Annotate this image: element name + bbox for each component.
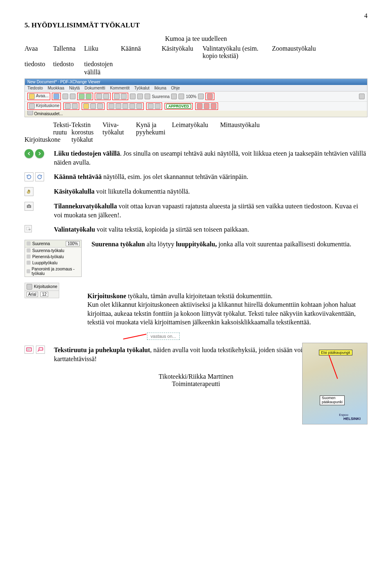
map-city-espoo: Espoo <box>339 413 348 417</box>
zoom-in-icon[interactable] <box>178 94 184 99</box>
menu-document[interactable]: Dokumentti <box>85 86 105 90</box>
oval-icon[interactable] <box>129 103 135 109</box>
line-icon[interactable] <box>109 103 114 109</box>
lower-labels: Teksti- ruutu Kirjoituskone Tekstin koro… <box>24 121 368 143</box>
select-icon[interactable] <box>145 94 150 99</box>
zoom-head-icon <box>27 241 31 246</box>
select-tool-icon[interactable] <box>24 225 32 232</box>
map-white-label: Suomen pääkaupunki <box>320 395 345 405</box>
textbox-tool-icon[interactable] <box>24 346 33 354</box>
pencil-icon[interactable] <box>148 103 154 109</box>
textbox-icon[interactable] <box>65 103 71 109</box>
nav-forward-green-icon[interactable] <box>35 149 44 158</box>
menu-comments[interactable]: Kommentit <box>110 86 129 90</box>
nav-back-icon[interactable] <box>79 94 85 99</box>
arrow-icon[interactable] <box>116 103 121 109</box>
label-line-1: Viiva- <box>102 121 136 129</box>
zoom-value[interactable]: 100% <box>186 94 196 99</box>
zoom-item-3[interactable]: Luuppityökalu <box>32 261 58 265</box>
upper-labels-row2: tiedosto tiedosto tiedostojen <box>24 60 368 68</box>
desc-zoom: Suurenna työkalun alta löytyy luuppityök… <box>91 240 368 249</box>
hand-tool-icon[interactable] <box>24 187 33 196</box>
measure3-icon[interactable] <box>211 103 216 109</box>
rotate-ccw-icon[interactable] <box>96 94 102 99</box>
open-button[interactable]: Avaa... <box>36 94 49 99</box>
label-pencil-2: pyyhekumi <box>136 129 172 136</box>
properties-button[interactable]: Ominaisuudet... <box>34 112 63 116</box>
label-pencil-1: Kynä ja <box>136 121 172 129</box>
strike-icon[interactable] <box>90 103 96 109</box>
font-size-field[interactable]: 12 <box>40 292 48 297</box>
label-measure: Mittaustyökalu <box>220 121 269 129</box>
highlight-icon[interactable] <box>83 103 89 109</box>
zoom-head-label[interactable]: Suurenna <box>32 241 50 246</box>
typewriter-row-label[interactable]: Kirjoituskone <box>34 284 57 289</box>
rect-icon[interactable] <box>122 103 128 109</box>
redo-icon[interactable] <box>121 94 127 99</box>
menu-tools[interactable]: Työkalut <box>134 86 149 90</box>
zoom-label: Suurenna <box>152 94 169 99</box>
zoom-tool-icon[interactable] <box>207 94 213 99</box>
label-save: Tallenna <box>53 45 84 60</box>
rotate-ccw-box-icon[interactable] <box>24 172 33 181</box>
label-zoom: Zoomaustyökalu <box>272 45 313 60</box>
menu-edit[interactable]: Muokkaa <box>48 86 65 90</box>
nav-back-green-icon[interactable] <box>24 149 33 158</box>
open-icon[interactable] <box>29 94 35 99</box>
misc-icon[interactable] <box>359 94 365 99</box>
snapshot-icon[interactable] <box>24 202 33 211</box>
rotate-cw-box-icon[interactable] <box>35 172 44 181</box>
rotate-cw-icon[interactable] <box>103 94 109 99</box>
label-hand: Käsityökalu <box>162 45 203 60</box>
panzoom-icon <box>27 269 30 273</box>
nav-forward-icon[interactable] <box>86 94 91 99</box>
map-red-arrow <box>328 355 338 379</box>
zoomin-icon <box>27 248 31 252</box>
undo-icon[interactable] <box>114 94 120 99</box>
camera-icon[interactable] <box>137 94 143 99</box>
main-toolbar: Avaa... Suurenna 100% <box>25 92 367 101</box>
zoom-menu-dropdown: Suurenna 100% Suurenna-työkalu Pienennä-… <box>24 240 82 277</box>
font-name-field[interactable]: Arial <box>27 292 38 297</box>
zoom-item-2[interactable]: Pienennä-työkalu <box>32 254 64 259</box>
label-save-2: tiedosto <box>53 60 84 68</box>
callout-icon[interactable] <box>72 103 78 109</box>
zoomout-icon <box>27 254 31 259</box>
menu-window[interactable]: Ikkuna <box>154 86 166 90</box>
typewriter-label[interactable]: Kirjoituskone <box>36 103 59 109</box>
label-rotate: Käännä <box>121 45 162 60</box>
underline-icon[interactable] <box>97 103 103 109</box>
mail-icon[interactable] <box>70 94 76 99</box>
typewriter-icon[interactable] <box>29 103 35 109</box>
undo-redo-label: Kumoa ja tee uudelleen <box>24 35 368 42</box>
fit-page-icon[interactable] <box>198 94 204 99</box>
zoom-item-1[interactable]: Suurenna-työkalu <box>32 248 64 253</box>
typewriter-toolbar: Kirjoituskone Arial 12 <box>24 283 59 298</box>
answer-textbox-example: vastaus on... <box>147 333 180 340</box>
map-city-helsinki: HELSINKI <box>343 417 361 421</box>
measure-icon[interactable] <box>197 103 203 109</box>
zoom-head-value[interactable]: 100% <box>66 241 80 246</box>
print-icon[interactable] <box>62 94 68 99</box>
page-number: 4 <box>24 12 368 20</box>
typewriter-tool-icon[interactable] <box>27 284 32 290</box>
label-typewriter: Kirjoituskone <box>24 136 71 143</box>
eraser-icon[interactable] <box>155 103 160 109</box>
hand-icon[interactable] <box>130 94 136 99</box>
callout-tool-icon[interactable] <box>36 346 45 354</box>
save-icon[interactable] <box>53 94 59 99</box>
menu-view[interactable]: Näytä <box>69 86 80 90</box>
nav-arrows-icons <box>24 149 44 158</box>
map-yellow-label: Etsi pääkaupungit <box>319 350 352 355</box>
stamp-approved[interactable]: APPROVED <box>166 104 191 109</box>
label-open-2: tiedosto <box>24 60 53 68</box>
zoom-out-icon[interactable] <box>171 94 177 99</box>
zoom-item-4[interactable]: Panorointi ja zoomaus -työkalu <box>32 267 80 276</box>
poly-icon[interactable] <box>136 103 142 109</box>
measure2-icon[interactable] <box>204 103 209 109</box>
label-textbox-1: Teksti- <box>53 121 71 129</box>
menu-file[interactable]: Tiedosto <box>27 86 43 90</box>
label-highlight-2: korostus <box>71 129 102 136</box>
menu-help[interactable]: Ohje <box>171 86 180 90</box>
desc-liiku: Liiku tiedostojen välillä. Jos sinulla o… <box>54 149 368 167</box>
